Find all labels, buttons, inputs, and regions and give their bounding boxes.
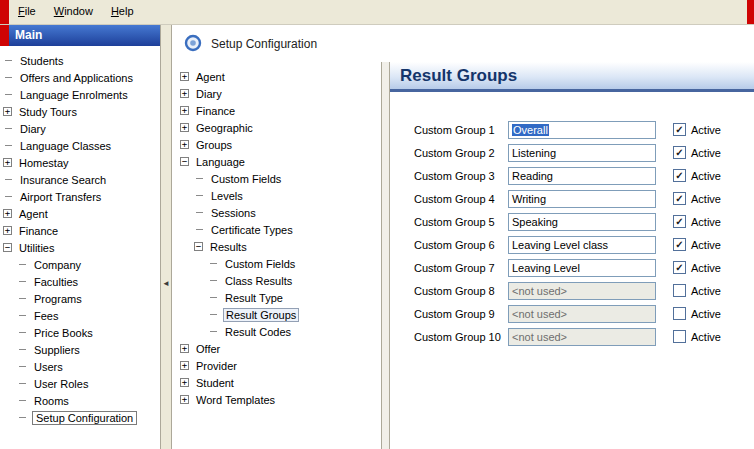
expand-icon[interactable]: + — [3, 209, 12, 218]
active-checkbox[interactable] — [673, 330, 686, 343]
tree-item-student[interactable]: + Student — [172, 374, 381, 391]
sidebar-item-price-books[interactable]: Price Books — [0, 324, 160, 341]
expand-icon[interactable]: + — [180, 378, 189, 387]
tree-item-label: Custom Fields — [223, 257, 297, 271]
tree-item-result-groups[interactable]: Result Groups — [172, 306, 381, 323]
leaf-icon — [5, 77, 12, 78]
main-area: Setup Configuration + Agent + Diary + F — [172, 25, 754, 449]
active-checkbox[interactable]: ✓ — [673, 123, 686, 136]
custom-group-input[interactable]: <not used> — [508, 305, 656, 323]
tree-panel-splitter[interactable] — [381, 62, 390, 449]
tree-item-diary[interactable]: + Diary — [172, 85, 381, 102]
input-value: Leaving Level — [512, 262, 580, 274]
expand-icon[interactable]: + — [180, 344, 189, 353]
collapse-icon[interactable]: − — [180, 157, 189, 166]
sidebar-nav-list: Students Offers and Applications Languag… — [0, 46, 160, 449]
menu-file[interactable]: File — [9, 0, 45, 24]
active-checkbox[interactable]: ✓ — [673, 169, 686, 182]
custom-group-input[interactable]: Writing — [508, 190, 656, 208]
tree-item-language-custom-fields[interactable]: Custom Fields — [172, 170, 381, 187]
tree-item-class-results[interactable]: Class Results — [172, 272, 381, 289]
sidebar-item-airport-transfers[interactable]: Airport Transfers — [0, 188, 160, 205]
menu-help[interactable]: Help — [102, 0, 143, 24]
tree-item-levels[interactable]: Levels — [172, 187, 381, 204]
sidebar-item-insurance-search[interactable]: Insurance Search — [0, 171, 160, 188]
active-checkbox[interactable] — [673, 284, 686, 297]
tree-item-finance[interactable]: + Finance — [172, 102, 381, 119]
tree-item-groups[interactable]: + Groups — [172, 136, 381, 153]
tree-item-word-templates[interactable]: + Word Templates — [172, 391, 381, 408]
custom-group-input[interactable]: <not used> — [508, 282, 656, 300]
tree-item-geographic[interactable]: + Geographic — [172, 119, 381, 136]
custom-group-row-2: Custom Group 2 Listening ✓ Active — [414, 141, 754, 164]
expand-icon[interactable]: + — [180, 361, 189, 370]
expand-icon[interactable]: + — [180, 72, 189, 81]
sidebar-item-students[interactable]: Students — [0, 52, 160, 69]
tree-item-sessions[interactable]: Sessions — [172, 204, 381, 221]
custom-group-input[interactable]: Reading — [508, 167, 656, 185]
active-checkbox[interactable]: ✓ — [673, 238, 686, 251]
sidebar-item-suppliers[interactable]: Suppliers — [0, 341, 160, 358]
active-checkbox[interactable]: ✓ — [673, 261, 686, 274]
tree-item-offer[interactable]: + Offer — [172, 340, 381, 357]
custom-group-input[interactable]: Listening — [508, 144, 656, 162]
collapse-icon[interactable]: − — [3, 243, 12, 252]
expand-icon[interactable]: + — [180, 123, 189, 132]
sidebar-item-language-enrolments[interactable]: Language Enrolments — [0, 86, 160, 103]
sidebar-item-study-tours[interactable]: + Study Tours — [0, 103, 160, 120]
expand-icon[interactable]: + — [3, 158, 12, 167]
sidebar-item-agent[interactable]: + Agent — [0, 205, 160, 222]
sidebar-item-utilities[interactable]: − Utilities — [0, 239, 160, 256]
custom-group-input[interactable]: Speaking — [508, 213, 656, 231]
tree-item-agent[interactable]: + Agent — [172, 68, 381, 85]
custom-group-input[interactable]: Leaving Level — [508, 259, 656, 277]
sidebar-item-programs[interactable]: Programs — [0, 290, 160, 307]
sidebar-item-faculties[interactable]: Faculties — [0, 273, 160, 290]
tree-item-certificate-types[interactable]: Certificate Types — [172, 221, 381, 238]
tree-item-language[interactable]: − Language — [172, 153, 381, 170]
menu-window[interactable]: Window — [45, 0, 102, 24]
custom-group-input[interactable]: Overall — [508, 121, 656, 139]
sidebar-item-label: Faculties — [32, 275, 80, 289]
sidebar-item-rooms[interactable]: Rooms — [0, 392, 160, 409]
sidebar-item-label: Language Enrolments — [18, 88, 130, 102]
expand-icon[interactable]: + — [180, 89, 189, 98]
collapse-icon[interactable]: − — [194, 242, 203, 251]
tree-item-result-type[interactable]: Result Type — [172, 289, 381, 306]
sidebar-item-offers-and-applications[interactable]: Offers and Applications — [0, 69, 160, 86]
expand-icon[interactable]: + — [180, 395, 189, 404]
custom-group-input[interactable]: Leaving Level class — [508, 236, 656, 254]
sidebar-item-diary[interactable]: Diary — [0, 120, 160, 137]
active-checkbox[interactable]: ✓ — [673, 192, 686, 205]
sidebar-item-homestay[interactable]: + Homestay — [0, 154, 160, 171]
custom-group-row-9: Custom Group 9 <not used> Active — [414, 302, 754, 325]
sidebar-splitter[interactable]: ◄ — [160, 25, 172, 449]
active-checkbox[interactable]: ✓ — [673, 215, 686, 228]
sidebar-item-company[interactable]: Company — [0, 256, 160, 273]
window-border-right — [747, 0, 754, 24]
sidebar-item-users[interactable]: Users — [0, 358, 160, 375]
sidebar-item-label: Students — [18, 54, 65, 68]
active-label: Active — [691, 239, 721, 251]
tree-item-result-codes[interactable]: Result Codes — [172, 323, 381, 340]
leaf-icon — [196, 178, 203, 179]
tree-item-provider[interactable]: + Provider — [172, 357, 381, 374]
expand-icon[interactable]: + — [3, 226, 12, 235]
tree-item-label: Word Templates — [194, 393, 277, 407]
active-checkbox[interactable]: ✓ — [673, 146, 686, 159]
sidebar-item-finance[interactable]: + Finance — [0, 222, 160, 239]
leaf-icon — [210, 314, 217, 315]
sidebar-item-language-classes[interactable]: Language Classes — [0, 137, 160, 154]
sidebar-item-label: Suppliers — [32, 343, 82, 357]
collapse-sidebar-icon[interactable]: ◄ — [162, 279, 170, 288]
tree-item-results-custom-fields[interactable]: Custom Fields — [172, 255, 381, 272]
sidebar-item-setup-configuration[interactable]: Setup Configuration — [0, 409, 160, 426]
custom-group-input[interactable]: <not used> — [508, 328, 656, 346]
expand-icon[interactable]: + — [3, 107, 12, 116]
tree-item-results[interactable]: − Results — [172, 238, 381, 255]
active-checkbox[interactable] — [673, 307, 686, 320]
sidebar-item-user-roles[interactable]: User Roles — [0, 375, 160, 392]
expand-icon[interactable]: + — [180, 106, 189, 115]
expand-icon[interactable]: + — [180, 140, 189, 149]
sidebar-item-fees[interactable]: Fees — [0, 307, 160, 324]
